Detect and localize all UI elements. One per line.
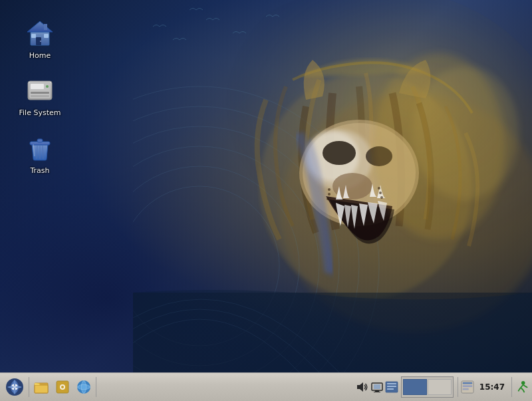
start-button[interactable] — [3, 376, 26, 399]
svg-point-28 — [40, 41, 41, 42]
svg-point-35 — [46, 85, 49, 88]
svg-marker-26 — [27, 21, 53, 32]
svg-rect-37 — [31, 95, 49, 97]
quicklaunch-filemanager[interactable] — [32, 378, 51, 396]
system-clock[interactable]: 15:47 — [475, 382, 509, 392]
svg-point-22 — [379, 192, 382, 194]
wallpaper-lion — [133, 0, 532, 372]
trash-icon-desktop[interactable]: Trash — [13, 128, 66, 179]
svg-line-40 — [37, 146, 37, 159]
svg-point-52 — [77, 384, 90, 390]
taskbar-right: 15:47 — [353, 376, 531, 398]
svg-line-42 — [43, 146, 43, 159]
taskbar: 15:47 — [0, 372, 532, 401]
taskbar-separator-4 — [511, 377, 512, 397]
network-tray-icon[interactable] — [370, 380, 384, 394]
files-tray-icon[interactable] — [461, 380, 474, 394]
svg-rect-57 — [374, 384, 380, 389]
svg-point-18 — [328, 188, 331, 191]
svg-rect-65 — [463, 388, 469, 390]
svg-rect-61 — [387, 388, 394, 390]
taskbar-separator-2 — [96, 377, 96, 397]
filesystem-icon-desktop[interactable]: File System — [13, 70, 66, 121]
trash-icon-image — [24, 131, 56, 163]
home-label: Home — [27, 51, 53, 61]
svg-marker-53 — [357, 382, 363, 392]
svg-rect-63 — [463, 382, 473, 384]
svg-rect-36 — [31, 92, 49, 94]
svg-point-20 — [327, 198, 329, 200]
workspace-switcher — [401, 376, 454, 398]
panel-tray-icon[interactable] — [385, 380, 398, 394]
svg-rect-60 — [387, 386, 396, 387]
quicklaunch-settings[interactable] — [53, 378, 72, 396]
trash-label: Trash — [27, 166, 52, 176]
svg-rect-31 — [44, 24, 47, 30]
taskbar-separator-1 — [29, 377, 29, 397]
quicklaunch-browser[interactable] — [74, 378, 93, 396]
filesystem-icon-image — [24, 73, 56, 105]
desktop-icons: Home — [13, 13, 66, 179]
workspace-1[interactable] — [403, 379, 427, 395]
svg-rect-56 — [374, 392, 380, 392]
svg-rect-55 — [375, 390, 379, 392]
svg-rect-34 — [31, 84, 44, 89]
svg-rect-39 — [37, 139, 43, 142]
svg-point-21 — [378, 187, 380, 190]
clock-time: 15:47 — [479, 382, 505, 392]
svg-point-49 — [61, 386, 64, 388]
svg-rect-46 — [35, 385, 48, 393]
svg-point-19 — [328, 193, 331, 196]
home-icon-desktop[interactable]: Home — [13, 13, 66, 64]
workspace-2[interactable] — [428, 379, 452, 395]
filesystem-label: File System — [17, 108, 64, 118]
desktop: Home — [0, 0, 532, 372]
svg-rect-30 — [44, 34, 49, 38]
logout-tray-icon[interactable] — [515, 380, 528, 394]
home-icon-image — [24, 16, 56, 48]
volume-tray-icon[interactable] — [356, 380, 369, 394]
svg-rect-59 — [387, 383, 396, 384]
svg-rect-29 — [31, 34, 36, 38]
taskbar-separator-3 — [458, 377, 458, 397]
svg-point-66 — [521, 381, 525, 384]
taskbar-left — [1, 376, 98, 399]
svg-point-13 — [323, 141, 356, 165]
svg-rect-64 — [463, 385, 473, 387]
svg-point-23 — [380, 196, 383, 199]
